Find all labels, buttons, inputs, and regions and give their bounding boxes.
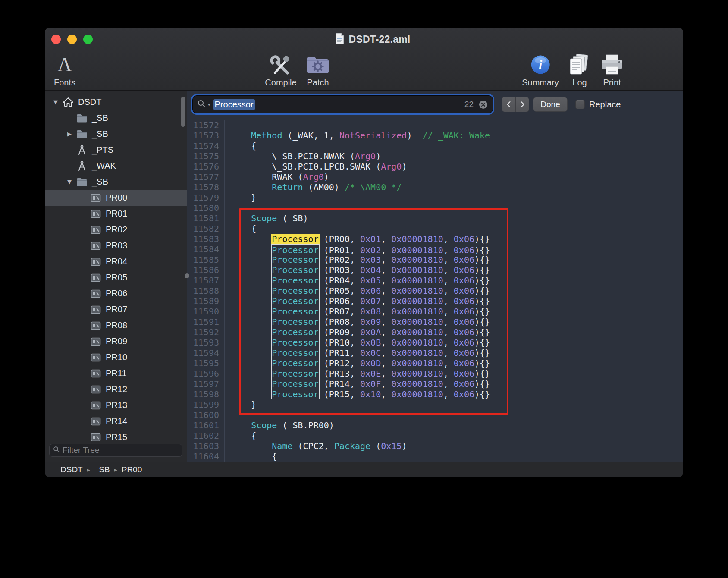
sidebar-item-pr03[interactable]: PR03 <box>45 238 187 254</box>
chevron-down-icon[interactable]: ▾ <box>208 102 210 107</box>
code-line: 11586 Processor (PR03, 0x04, 0x00001810,… <box>187 265 683 275</box>
clear-search-button[interactable] <box>478 100 488 110</box>
breadcrumb-item[interactable]: _SB <box>94 465 110 474</box>
sidebar-item-label: PR09 <box>106 336 127 346</box>
code-line: 11601 Scope (_SB.PR00) <box>187 420 683 430</box>
line-number: 11593 <box>187 337 225 348</box>
code-line: 11588 Processor (PR05, 0x06, 0x00001810,… <box>187 286 683 296</box>
replace-option: Replace <box>575 100 621 110</box>
processor-icon <box>89 194 103 202</box>
line-number: 11595 <box>187 358 225 368</box>
sidebar-item-pr13[interactable]: PR13 <box>45 397 187 413</box>
processor-icon <box>89 337 103 346</box>
code-line: 11582 { <box>187 223 683 234</box>
filter-tree-input[interactable] <box>63 446 179 455</box>
sidebar-scrollbar[interactable] <box>181 97 185 127</box>
sidebar-item-label: _SB <box>92 129 108 139</box>
line-number: 11588 <box>187 286 225 296</box>
sidebar-item-_sb[interactable]: ▶_SB <box>45 126 187 142</box>
processor-icon <box>89 353 103 362</box>
sidebar-item-_sb[interactable]: _SB <box>45 110 187 126</box>
sidebar-item-label: PR03 <box>106 241 127 251</box>
code-line: 11590 Processor (PR07, 0x08, 0x00001810,… <box>187 306 683 317</box>
disclosure-triangle[interactable]: ▶ <box>64 131 75 137</box>
sidebar-item-pr12[interactable]: PR12 <box>45 381 187 397</box>
sidebar: ▼DSDT_SB▶_SB_PTS_WAK▼_SBPR00PR01PR02PR03… <box>45 91 187 462</box>
match-count: 22 <box>464 100 474 109</box>
line-number: 11575 <box>187 151 225 161</box>
line-number: 11586 <box>187 265 225 275</box>
breadcrumb-item[interactable]: PR00 <box>122 465 142 474</box>
find-field[interactable]: ▾ Processor 22 <box>193 96 493 113</box>
sidebar-item-pr06[interactable]: PR06 <box>45 286 187 302</box>
search-icon <box>197 99 206 110</box>
breadcrumb-separator: ▸ <box>114 466 117 473</box>
disclosure-triangle[interactable]: ▼ <box>50 99 61 105</box>
sidebar-item-label: PR07 <box>106 305 127 314</box>
sidebar-item-pr10[interactable]: PR10 <box>45 349 187 365</box>
path-bar: DSDT ▸ _SB ▸ PR00 <box>45 462 683 477</box>
patch-button[interactable]: Patch <box>306 52 330 88</box>
sidebar-item-pr00[interactable]: PR00 <box>45 190 187 206</box>
line-number: 11578 <box>187 182 225 192</box>
sidebar-item-pr05[interactable]: PR05 <box>45 270 187 286</box>
sidebar-item-pr15[interactable]: PR15 <box>45 429 187 441</box>
code-line: 11597 Processor (PR14, 0x0F, 0x00001810,… <box>187 379 683 389</box>
line-number: 11590 <box>187 306 225 317</box>
sidebar-item-label: PR13 <box>106 400 127 410</box>
filter-tree-field[interactable] <box>49 444 182 457</box>
sidebar-item-label: PR08 <box>106 320 127 330</box>
sidebar-item-pr08[interactable]: PR08 <box>45 317 187 333</box>
find-previous-button[interactable] <box>502 97 515 112</box>
folder-icon <box>75 113 89 123</box>
traffic-lights <box>51 35 93 44</box>
sidebar-item-dsdt[interactable]: ▼DSDT <box>45 94 187 110</box>
compile-button[interactable]: Compile <box>265 52 296 88</box>
log-button[interactable]: Log <box>568 52 591 88</box>
processor-icon <box>89 385 103 394</box>
find-next-button[interactable] <box>515 97 529 112</box>
fonts-button[interactable]: A Fonts <box>54 52 75 88</box>
replace-checkbox[interactable] <box>575 100 585 109</box>
line-number: 11574 <box>187 141 225 151</box>
sidebar-item-pr07[interactable]: PR07 <box>45 302 187 317</box>
done-button[interactable]: Done <box>533 97 568 112</box>
code-line: 11591 Processor (PR08, 0x09, 0x00001810,… <box>187 317 683 327</box>
code-line: 11576 \_SB.PCI0.LPCB.SWAK (Arg0) <box>187 161 683 172</box>
code-line: 11580 <box>187 203 683 213</box>
code-line: 11599 } <box>187 399 683 410</box>
disclosure-triangle[interactable]: ▼ <box>64 179 75 185</box>
sidebar-item-pr11[interactable]: PR11 <box>45 365 187 381</box>
sidebar-item-label: PR12 <box>106 384 127 394</box>
code-line: 11581 Scope (_SB) <box>187 213 683 223</box>
code-line: 11602 { <box>187 430 683 441</box>
titlebar: DSDT-22.aml <box>45 28 683 51</box>
close-button[interactable] <box>51 35 61 44</box>
window-title: DSDT-22.aml <box>349 34 411 45</box>
print-button[interactable]: Print <box>600 52 624 88</box>
code-line: 11595 Processor (PR12, 0x0D, 0x00001810,… <box>187 358 683 368</box>
breadcrumb-item[interactable]: DSDT <box>60 465 83 474</box>
minimize-button[interactable] <box>67 35 77 44</box>
sidebar-item-pr09[interactable]: PR09 <box>45 333 187 349</box>
sidebar-item-_wak[interactable]: _WAK <box>45 158 187 174</box>
sidebar-item-pr14[interactable]: PR14 <box>45 413 187 429</box>
method-icon <box>75 161 89 171</box>
code-editor[interactable]: 1157211573 Method (_WAK, 1, NotSerialize… <box>187 118 683 462</box>
line-number: 11600 <box>187 410 225 420</box>
code-line: 11579 } <box>187 192 683 203</box>
splitter-handle[interactable] <box>185 273 189 278</box>
line-number: 11579 <box>187 192 225 203</box>
sidebar-item-pr04[interactable]: PR04 <box>45 254 187 270</box>
sidebar-item-_pts[interactable]: _PTS <box>45 142 187 158</box>
sidebar-item-label: _WAK <box>92 161 116 171</box>
sidebar-item-pr02[interactable]: PR02 <box>45 222 187 238</box>
folder-icon <box>75 129 89 139</box>
sidebar-item-pr01[interactable]: PR01 <box>45 206 187 222</box>
summary-button[interactable]: i Summary <box>522 52 559 88</box>
zoom-button[interactable] <box>83 35 93 44</box>
sidebar-item-_sb[interactable]: ▼_SB <box>45 174 187 190</box>
line-number: 11577 <box>187 172 225 182</box>
processor-icon <box>89 417 103 426</box>
line-number: 11597 <box>187 379 225 389</box>
